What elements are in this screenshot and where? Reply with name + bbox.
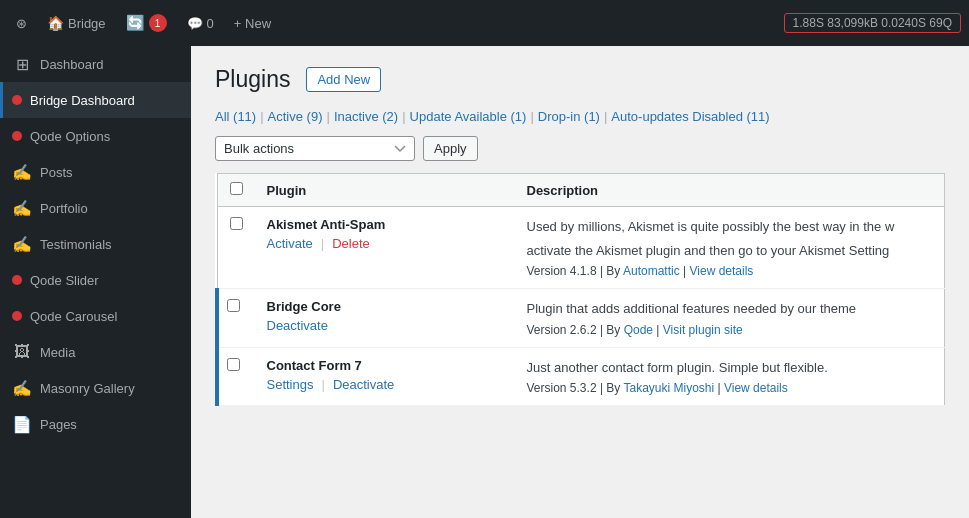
sidebar-item-label: Dashboard (40, 57, 104, 72)
dashboard-icon: ⊞ (12, 55, 32, 74)
col-header-plugin: Plugin (255, 174, 515, 207)
action-sep: | (321, 377, 324, 392)
filter-auto-updates-disabled[interactable]: Auto-updates Disabled (11) (611, 109, 769, 124)
house-icon: 🏠 (47, 15, 64, 31)
select-all-checkbox[interactable] (230, 182, 243, 195)
comments-item[interactable]: 💬 0 (179, 0, 222, 46)
col-header-check (217, 174, 255, 207)
performance-metrics: 1.88S 83,099kB 0.0240S 69Q (784, 13, 961, 33)
delete-akismet-link[interactable]: Delete (332, 236, 370, 251)
deactivate-cf7-link[interactable]: Deactivate (333, 377, 394, 392)
comment-icon: 💬 (187, 16, 203, 31)
plugins-table: Plugin Description Akismet Anti-Spam (215, 173, 945, 406)
author-akismet-link[interactable]: Automattic (623, 264, 680, 278)
sidebar-item-label: Bridge Dashboard (30, 93, 135, 108)
sidebar-item-label: Portfolio (40, 201, 88, 216)
plugin-desc-akismet: Used by millions, Akismet is quite possi… (527, 217, 933, 237)
wp-logo[interactable]: ⊛ (8, 0, 35, 46)
settings-cf7-link[interactable]: Settings (267, 377, 314, 392)
plugin-name-bridge-core: Bridge Core (267, 299, 503, 314)
sep1: | (260, 109, 263, 124)
sidebar-item-label: Qode Slider (30, 273, 99, 288)
filter-all[interactable]: All (11) (215, 109, 256, 124)
updates-icon: 🔄 (126, 14, 145, 32)
sep5: | (604, 109, 607, 124)
site-name-label: Bridge (68, 16, 106, 31)
plugin-meta-bridge-core: Version 2.6.2 | By Qode | Visit plugin s… (527, 323, 933, 337)
pages-icon: 📄 (12, 415, 32, 434)
sidebar-item-label: Testimonials (40, 237, 112, 252)
sidebar-item-posts[interactable]: ✍ Posts (0, 154, 191, 190)
main-layout: ⊞ Dashboard Bridge Dashboard Qode Option… (0, 46, 969, 518)
site-name-item[interactable]: 🏠 Bridge (39, 0, 114, 46)
filter-links: All (11) | Active (9) | Inactive (2) | U… (215, 109, 945, 124)
author-bridge-core-link[interactable]: Qode (624, 323, 653, 337)
sidebar-item-dashboard[interactable]: ⊞ Dashboard (0, 46, 191, 82)
admin-bar: ⊛ 🏠 Bridge 🔄 1 💬 0 + New 1.88S 83,099kB … (0, 0, 969, 46)
sidebar-item-pages[interactable]: 📄 Pages (0, 406, 191, 442)
sidebar-item-label: Media (40, 345, 75, 360)
sidebar-item-qode-slider[interactable]: Qode Slider (0, 262, 191, 298)
activate-akismet-link[interactable]: Activate (267, 236, 313, 251)
sidebar-item-portfolio[interactable]: ✍ Portfolio (0, 190, 191, 226)
plugin-name-cell-akismet: Akismet Anti-Spam Activate | Delete (255, 207, 515, 289)
plugin-actions-akismet: Activate | Delete (267, 236, 503, 251)
plugin-desc-cf7: Just another contact form plugin. Simple… (527, 358, 933, 378)
plugin-desc-cell-cf7: Just another contact form plugin. Simple… (515, 347, 945, 406)
sidebar: ⊞ Dashboard Bridge Dashboard Qode Option… (0, 46, 191, 518)
view-details-bridge-core-link[interactable]: Visit plugin site (663, 323, 743, 337)
plugin-meta-akismet: Version 4.1.8 | By Automattic | View det… (527, 264, 933, 278)
plugin-actions-cf7: Settings | Deactivate (267, 377, 503, 392)
sidebar-item-qode-carousel[interactable]: Qode Carousel (0, 298, 191, 334)
comments-count: 0 (207, 16, 214, 31)
sidebar-item-testimonials[interactable]: ✍ Testimonials (0, 226, 191, 262)
plugin-name-cf7: Contact Form 7 (267, 358, 503, 373)
plugin-checkbox-akismet[interactable] (230, 217, 243, 230)
sidebar-item-bridge-dashboard[interactable]: Bridge Dashboard (0, 82, 191, 118)
sidebar-item-label: Posts (40, 165, 73, 180)
apply-button[interactable]: Apply (423, 136, 478, 161)
col-header-description: Description (515, 174, 945, 207)
content-area: Plugins Add New All (11) | Active (9) | … (191, 46, 969, 518)
plugin-desc2-akismet: activate the Akismet plugin and then go … (527, 241, 933, 261)
qode-options-icon (12, 131, 22, 141)
plugin-checkbox-cf7[interactable] (227, 358, 240, 371)
posts-icon: ✍ (12, 163, 32, 182)
new-item[interactable]: + New (226, 0, 279, 46)
filter-active[interactable]: Active (9) (268, 109, 323, 124)
qode-carousel-icon (12, 311, 22, 321)
filter-inactive[interactable]: Inactive (2) (334, 109, 398, 124)
author-cf7-link[interactable]: Takayuki Miyoshi (623, 381, 714, 395)
plugin-checkbox-cell (217, 289, 255, 348)
plugin-name-cell-bridge-core: Bridge Core Deactivate (255, 289, 515, 348)
testimonials-icon: ✍ (12, 235, 32, 254)
add-new-button[interactable]: Add New (306, 67, 381, 92)
sidebar-item-media[interactable]: 🖼 Media (0, 334, 191, 370)
sep2: | (326, 109, 329, 124)
table-row: Bridge Core Deactivate Plugin that adds … (217, 289, 945, 348)
plugin-name-akismet: Akismet Anti-Spam (267, 217, 503, 232)
filter-drop-in[interactable]: Drop-in (1) (538, 109, 600, 124)
deactivate-bridge-core-link[interactable]: Deactivate (267, 318, 328, 333)
bulk-actions-select[interactable]: Bulk actions Activate Deactivate Update … (215, 136, 415, 161)
bridge-dashboard-icon (12, 95, 22, 105)
sidebar-item-masonry-gallery[interactable]: ✍ Masonry Gallery (0, 370, 191, 406)
portfolio-icon: ✍ (12, 199, 32, 218)
plugin-actions-bridge-core: Deactivate (267, 318, 503, 333)
plugin-checkbox-bridge-core[interactable] (227, 299, 240, 312)
plugin-checkbox-cell (217, 347, 255, 406)
page-title: Plugins (215, 66, 290, 93)
masonry-icon: ✍ (12, 379, 32, 398)
table-row: Contact Form 7 Settings | Deactivate Jus… (217, 347, 945, 406)
plugin-desc-cell-akismet: Used by millions, Akismet is quite possi… (515, 207, 945, 289)
sep3: | (402, 109, 405, 124)
view-details-akismet-link[interactable]: View details (690, 264, 754, 278)
view-details-cf7-link[interactable]: View details (724, 381, 788, 395)
perf-values: 1.88S 83,099kB 0.0240S 69Q (793, 16, 952, 30)
filter-update-available[interactable]: Update Available (1) (410, 109, 527, 124)
sidebar-item-label: Pages (40, 417, 77, 432)
new-label: + New (234, 16, 271, 31)
updates-item[interactable]: 🔄 1 (118, 0, 175, 46)
sidebar-item-qode-options[interactable]: Qode Options (0, 118, 191, 154)
plugin-checkbox-cell (217, 207, 255, 289)
